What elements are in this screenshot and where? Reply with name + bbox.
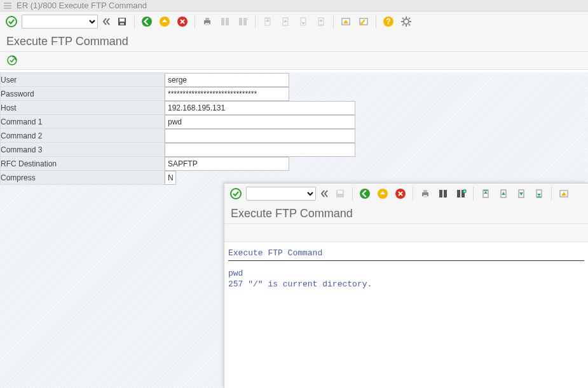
form-row-user: User (1, 73, 356, 87)
input-user[interactable] (165, 73, 289, 87)
find-next-button[interactable]: + (235, 14, 250, 29)
prev-page-icon (498, 188, 509, 199)
label-compress: Compress (1, 171, 165, 185)
label-host: Host (1, 101, 165, 115)
print-button[interactable] (200, 14, 215, 29)
nav-cancel-button[interactable] (393, 186, 408, 201)
input-password[interactable] (165, 87, 289, 101)
svg-rect-12 (239, 18, 242, 25)
prev-page-button[interactable] (496, 186, 511, 201)
svg-rect-3 (120, 23, 124, 25)
svg-point-34 (8, 56, 17, 65)
find-button[interactable] (435, 186, 451, 201)
screen-title: Execute FTP Command (0, 32, 588, 52)
print-button[interactable] (418, 186, 433, 201)
input-command3[interactable] (165, 143, 355, 157)
find-button[interactable] (217, 14, 233, 29)
toolbar-separator (195, 15, 195, 29)
find-next-button[interactable]: + (453, 186, 468, 201)
label-rfc-dest: RFC Destination (1, 157, 165, 171)
menu-icon[interactable] (4, 3, 11, 9)
svg-line-33 (402, 24, 404, 25)
back-button[interactable] (318, 186, 330, 201)
execute-icon (6, 55, 19, 67)
toolbar-separator (473, 187, 474, 201)
svg-text:?: ? (386, 17, 390, 26)
new-session-icon (558, 188, 570, 199)
save-button[interactable] (332, 186, 348, 201)
input-command1[interactable] (165, 115, 355, 129)
overlay-app-toolbar (224, 224, 588, 242)
result-line: 257 "/" is current directory. (228, 279, 584, 290)
new-session-button[interactable] (556, 186, 571, 201)
last-page-button[interactable] (313, 14, 329, 29)
nav-back-icon (359, 188, 371, 199)
nav-exit-button[interactable] (157, 14, 172, 29)
window-title: ER (1)/800 Execute FTP Command (17, 1, 147, 10)
nav-exit-icon (377, 188, 388, 199)
window-titlebar: ER (1)/800 Execute FTP Command (0, 0, 588, 11)
last-page-icon (315, 16, 327, 27)
nav-back-button[interactable] (357, 186, 373, 201)
svg-rect-42 (423, 190, 427, 192)
execute-button[interactable] (5, 53, 20, 69)
last-page-icon (533, 188, 545, 199)
result-area: Execute FTP Command pwd 257 "/" is curre… (224, 242, 588, 294)
customize-button[interactable] (399, 14, 414, 29)
svg-point-4 (142, 17, 152, 27)
svg-text:+: + (246, 17, 249, 22)
nav-back-button[interactable] (139, 14, 154, 29)
shortcut-icon (358, 16, 369, 27)
command-field[interactable] (22, 15, 98, 29)
command-field[interactable] (246, 187, 316, 201)
print-icon (420, 188, 431, 199)
shortcut-button[interactable] (356, 14, 371, 29)
next-page-button[interactable] (296, 14, 311, 29)
nav-cancel-icon (177, 16, 188, 27)
find-icon (219, 16, 231, 27)
label-password: Password (1, 87, 165, 101)
svg-point-35 (231, 189, 241, 199)
svg-rect-43 (423, 195, 427, 197)
input-command2[interactable] (165, 129, 355, 143)
svg-point-25 (404, 19, 409, 24)
toolbar-separator (551, 187, 552, 201)
next-page-icon (516, 188, 527, 199)
form-row-rfc-dest: RFC Destination (1, 157, 356, 171)
next-page-button[interactable] (514, 186, 529, 201)
next-page-icon (297, 16, 309, 27)
back-button[interactable] (100, 14, 112, 29)
enter-button[interactable] (228, 186, 243, 201)
enter-icon (6, 16, 17, 27)
label-user: User (1, 73, 165, 87)
save-button[interactable] (114, 14, 130, 29)
form-row-host: Host (1, 101, 356, 115)
nav-cancel-button[interactable] (175, 14, 190, 29)
nav-exit-button[interactable] (375, 186, 390, 201)
enter-button[interactable] (4, 14, 19, 29)
input-rfc-dest[interactable] (165, 157, 289, 171)
svg-rect-37 (338, 191, 343, 194)
form-row-command3: Command 3 (1, 143, 356, 157)
toolbar-separator (255, 15, 256, 29)
first-page-button[interactable] (260, 14, 275, 29)
input-compress[interactable] (165, 171, 176, 185)
last-page-button[interactable] (531, 186, 547, 201)
first-page-button[interactable] (478, 186, 493, 201)
svg-text:+: + (463, 189, 466, 194)
new-session-button[interactable] (338, 14, 353, 29)
overlay-window: + Execute FTP Command Execute FTP Comman… (224, 183, 588, 388)
overlay-main-toolbar: + (224, 184, 588, 204)
print-icon (202, 16, 213, 27)
svg-point-38 (360, 189, 370, 199)
prev-page-button[interactable] (278, 14, 293, 29)
help-button[interactable]: ? (381, 14, 396, 29)
chevrons-left-icon (102, 16, 111, 27)
save-icon (334, 188, 346, 199)
input-host[interactable] (165, 101, 355, 115)
first-page-icon (262, 16, 273, 27)
nav-back-icon (141, 16, 153, 27)
toolbar-separator (413, 187, 413, 201)
form-row-command1: Command 1 (1, 115, 356, 129)
result-line: pwd (228, 269, 584, 279)
